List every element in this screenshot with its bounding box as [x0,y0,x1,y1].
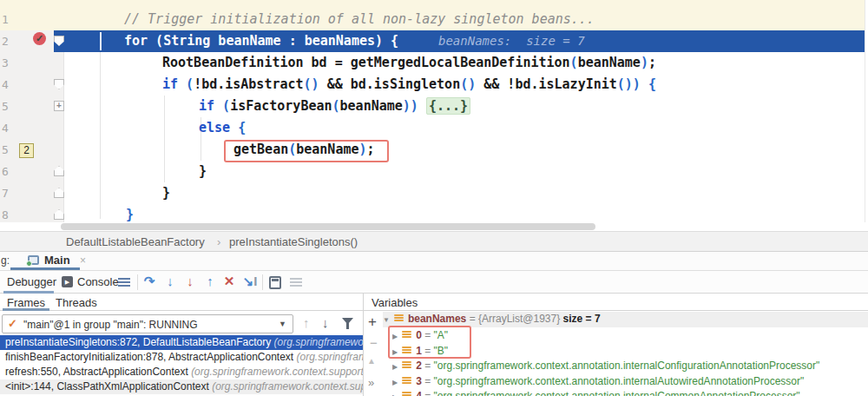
annotation-box-getbean [224,140,389,162]
code-line[interactable]: RootBeanDefinition bd = getMergedLocalBe… [162,52,656,74]
frame-up-icon[interactable]: ↑ [303,315,310,330]
bookmark-2-icon[interactable]: 2 [19,143,34,158]
line-number: 6 [2,161,12,182]
variable-size: size = 7 [563,313,601,325]
equals: = [422,375,434,387]
code-editor[interactable]: 1// Trigger initialization of all non-la… [0,0,868,222]
threads-view-icon[interactable] [118,278,130,287]
thread-selector[interactable]: ✓ "main"@1 in group "main": RUNNING ▼ [2,314,293,333]
indent-guide [164,96,165,182]
code-line[interactable]: else { [199,117,246,139]
toolbar-separator [137,274,138,290]
variable-row[interactable]: ▶2 = "org.springframework.context.annota… [392,359,868,373]
tab-main-underline [10,267,80,270]
text-caret [100,32,102,50]
line-number: 3 [2,52,12,74]
run-to-cursor-icon[interactable]: ↘I [241,274,259,289]
tab-threads[interactable]: Threads [56,296,97,309]
frame-package: (org.springframework.context.support) [297,351,363,363]
code-line[interactable]: } [126,204,134,222]
value-icon [402,377,411,386]
code-line[interactable]: } [162,182,170,204]
code-token: )) [403,98,418,114]
frame-down-icon[interactable]: ↓ [322,315,329,330]
element-index: 2 [416,360,422,372]
drop-frame-icon[interactable]: ✕ [220,274,238,289]
value-icon [402,361,411,370]
layout-settings-icon[interactable] [290,278,302,287]
breadcrumb-separator: › [217,235,220,248]
tab-console[interactable]: Console [77,275,119,288]
debug-toolwindow-header: g: Main × [0,252,868,271]
frame-row[interactable]: finishBeanFactoryInitialization:878, Abs… [0,350,363,365]
code-token [418,98,426,114]
code-token: {...} [426,97,470,115]
value-icon [402,392,411,396]
editor-edge [865,0,865,222]
chevron-down-icon[interactable]: ▼ [279,320,286,328]
code-token: // Trigger initialization of all non-laz… [124,11,595,27]
toolbar-separator [262,274,263,290]
code-token: for (String beanName : beanNames) { [124,33,398,49]
frame-location: <init>:144, ClassPathXmlApplicationConte… [5,380,212,393]
force-step-into-icon[interactable]: ↓ [181,274,199,288]
indent-guide [100,52,101,219]
code-line[interactable]: // Trigger initialization of all non-laz… [124,9,595,30]
tab-main[interactable]: Main [44,254,70,267]
frame-row[interactable]: <init>:144, ClassPathXmlApplicationConte… [0,380,363,394]
code-token: beanName [340,98,403,114]
inline-debugger-hint: beanNames: size = 7 [438,30,585,52]
line-number: 1 [2,9,12,30]
variable-name: beanNames [408,313,466,325]
code-line[interactable]: for (String beanName : beanNames) { [124,30,398,52]
variable-type: = {ArrayList@1937} [466,313,562,325]
code-token: && !bd.isLazyInit [476,76,617,92]
element-value: "org.springframework.context.annotation.… [434,375,805,387]
horizontal-scrollbar[interactable] [61,223,595,230]
line-number: 7 [2,182,12,204]
step-into-icon[interactable]: ↓ [161,274,179,288]
frames-list[interactable]: preInstantiateSingletons:872, DefaultLis… [0,335,363,396]
tab-debugger[interactable]: Debugger [7,275,56,288]
breadcrumb-class[interactable]: DefaultListableBeanFactory [66,235,205,248]
element-value: "org.springframework.context.annotation.… [434,390,800,396]
variable-row[interactable]: ▶3 = "org.springframework.context.annota… [392,374,868,389]
frame-package: (org.springframework.beans.factory.suppo… [274,336,363,348]
code-line[interactable]: if (!bd.isAbstract() && bd.isSingleton()… [162,74,656,96]
step-over-icon[interactable]: ↷ [141,274,158,289]
code-token: () [304,76,319,92]
line-number: 8 [2,204,12,222]
code-token: () [460,76,476,92]
variable-row[interactable]: ▶4 = "org.springframework.context.annota… [392,389,868,396]
code-token: ( [332,98,340,114]
code-line[interactable]: if (isFactoryBean(beanName)) {...} [199,96,470,117]
code-line[interactable]: } [199,161,207,182]
line-number: 4 [2,117,12,139]
element-value: "org.springframework.context.annotation.… [434,360,820,372]
collapsed-icon: ▶ [392,379,398,386]
code-token: ()) [617,76,641,92]
code-token: isFactoryBean [230,98,332,114]
code-token: else [199,120,230,135]
console-icon: ▶ [62,276,73,287]
thread-status-check-icon: ✓ [8,317,17,330]
code-token: if [162,76,178,92]
frame-row[interactable]: preInstantiateSingletons:872, DefaultLis… [0,335,363,350]
evaluate-expression-icon[interactable] [269,276,281,289]
fold-marker-icon[interactable]: + [54,101,64,111]
breakpoint-icon[interactable]: ✓ [33,32,46,45]
breadcrumb-method[interactable]: preInstantiateSingletons() [229,235,358,248]
value-icon [394,314,404,323]
frame-row[interactable]: refresh:550, AbstractApplicationContext … [0,365,363,380]
close-icon[interactable]: × [80,254,86,267]
toolwindow-label: g: [1,254,10,267]
running-dot-icon [26,261,32,267]
debug-panels: Frames Threads Variables ✓ "main"@1 in g… [0,294,868,396]
filter-frames-icon[interactable] [342,318,353,329]
thread-selector-value: "main"@1 in group "main": RUNNING [23,319,198,331]
frame-package: (org.springframework.context.support) [212,380,363,393]
code-token: ( [214,98,230,114]
step-out-icon[interactable]: ↑ [201,274,219,288]
tab-frames[interactable]: Frames [7,296,45,309]
panel-header-row: Frames Threads Variables [0,294,868,311]
